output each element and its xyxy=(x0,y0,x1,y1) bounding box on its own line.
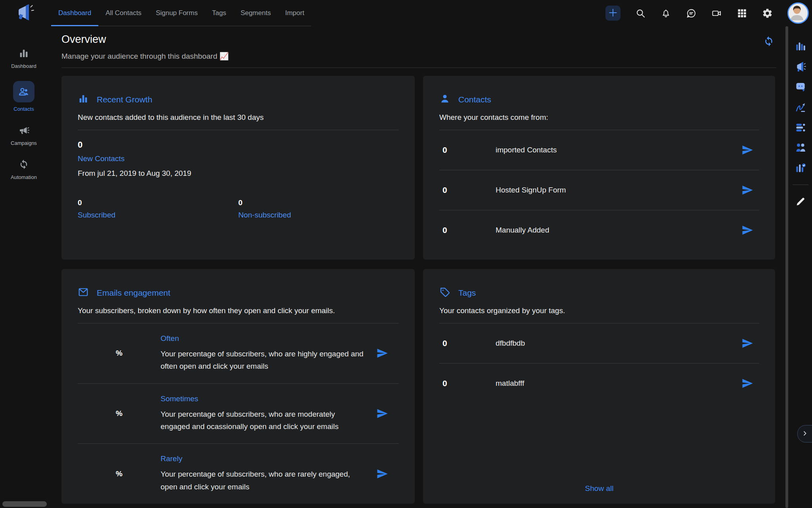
engagement-link[interactable]: Sometimes xyxy=(161,394,198,403)
megaphone-logo-icon xyxy=(13,2,34,24)
settings-gear-icon[interactable] xyxy=(762,8,773,19)
row-text: Sometimes Your percentage of subscribers… xyxy=(161,394,366,433)
contacts-row-manually-added: 0 Manually Added xyxy=(439,210,759,250)
refresh-button[interactable] xyxy=(762,35,775,48)
edit-pencil-icon[interactable] xyxy=(795,196,806,208)
user-avatar[interactable] xyxy=(787,2,809,24)
engagement-description: Your percentage of subscribers, who are … xyxy=(161,468,366,493)
tags-card: Tags Your contacts organized by your tag… xyxy=(423,269,775,504)
sidebar-item-contacts[interactable]: Contacts xyxy=(13,81,34,112)
sidebar-label: Automation xyxy=(11,174,37,180)
row-value: % xyxy=(78,349,161,358)
row-value: 0 xyxy=(439,339,496,348)
refresh-icon xyxy=(762,43,775,49)
card-subtitle: Where your contacts come from: xyxy=(439,113,759,122)
send-icon xyxy=(376,354,388,360)
send-campaign-button[interactable] xyxy=(741,144,753,156)
row-text: Often Your percentage of subscribers, wh… xyxy=(161,334,366,373)
row-label: matlabfff xyxy=(496,379,735,388)
tab-import[interactable]: Import xyxy=(278,0,311,26)
partners-icon[interactable] xyxy=(795,142,806,154)
tag-icon xyxy=(439,287,450,299)
bar-chart-icon xyxy=(17,47,30,60)
row-label: dfbdfbdb xyxy=(496,339,735,348)
expand-panel-button[interactable] xyxy=(797,425,812,443)
tab-all-contacts[interactable]: All Contacts xyxy=(98,0,149,26)
campaigns-megaphone-icon[interactable] xyxy=(795,61,806,73)
left-sidebar: Dashboard Contacts xyxy=(0,26,48,508)
horizontal-scrollbar-thumb[interactable] xyxy=(2,501,47,507)
chatbot-icon[interactable] xyxy=(795,81,806,93)
send-campaign-button[interactable] xyxy=(741,337,753,349)
tab-tags[interactable]: Tags xyxy=(205,0,234,26)
reports-icon[interactable] xyxy=(795,162,806,174)
send-icon xyxy=(741,151,753,157)
recent-growth-card: Recent Growth New contacts added to this… xyxy=(61,76,415,260)
send-campaign-button[interactable] xyxy=(741,377,753,389)
engagement-row-often: % Often Your percentage of subscribers, … xyxy=(78,323,399,383)
card-header: Emails engagement xyxy=(78,287,399,299)
row-value: % xyxy=(78,470,161,478)
engagement-link[interactable]: Often xyxy=(161,334,179,343)
tab-bar: Dashboard All Contacts Signup Forms Tags… xyxy=(51,0,311,26)
non-subscribed-stat: 0 Non-subscribed xyxy=(238,198,399,219)
non-subscribed-link[interactable]: Non-subscribed xyxy=(238,211,291,219)
send-campaign-button[interactable] xyxy=(376,468,388,480)
chevron-right-icon xyxy=(802,429,808,439)
emails-engagement-card: Emails engagement Your subscribers, brok… xyxy=(61,269,415,504)
send-campaign-button[interactable] xyxy=(741,224,753,236)
page-subtitle: Manage your audience through this dashbo… xyxy=(61,52,787,61)
stats-icon[interactable] xyxy=(795,40,806,52)
sidebar-item-automation[interactable]: Automation xyxy=(11,158,37,180)
engagement-link[interactable]: Rarely xyxy=(161,454,182,463)
video-call-icon[interactable] xyxy=(711,8,722,19)
sidebar-item-campaigns[interactable]: Campaigns xyxy=(11,124,37,146)
chat-icon[interactable] xyxy=(686,8,697,19)
non-subscribed-value: 0 xyxy=(238,198,399,207)
app-logo[interactable] xyxy=(0,0,48,26)
create-new-button[interactable] xyxy=(605,6,620,21)
card-header: Tags xyxy=(439,287,759,299)
tab-segments[interactable]: Segments xyxy=(234,0,278,26)
send-campaign-button[interactable] xyxy=(376,347,388,359)
card-header: Contacts xyxy=(439,93,759,106)
card-title: Contacts xyxy=(458,95,491,104)
main-content: Overview Manage your audience through th… xyxy=(48,26,787,508)
show-all-button[interactable]: Show all xyxy=(583,484,616,493)
send-campaign-button[interactable] xyxy=(376,408,388,419)
send-icon xyxy=(741,344,753,350)
person-icon xyxy=(439,93,450,106)
sidebar-label: Dashboard xyxy=(11,63,36,69)
card-subtitle: Your contacts organized by your tags. xyxy=(439,306,759,315)
tab-signup-forms[interactable]: Signup Forms xyxy=(149,0,205,26)
sync-icon xyxy=(17,158,30,171)
active-item-highlight xyxy=(13,81,34,102)
new-contacts-value: 0 xyxy=(78,140,399,150)
new-contacts-link[interactable]: New Contacts xyxy=(78,154,124,163)
tab-dashboard[interactable]: Dashboard xyxy=(51,0,98,26)
header-divider xyxy=(61,67,776,68)
app-root: Dashboard All Contacts Signup Forms Tags… xyxy=(0,0,812,508)
tag-row: 0 dfbdfbdb xyxy=(439,323,759,363)
subscribed-stat: 0 Subscribed xyxy=(78,198,238,219)
contacts-row-hosted-signup: 0 Hosted SignUp Form xyxy=(439,170,759,210)
sidebar-item-dashboard[interactable]: Dashboard xyxy=(11,47,36,69)
engagement-row-sometimes: % Sometimes Your percentage of subscribe… xyxy=(78,383,399,444)
row-text: Rarely Your percentage of subscribers, w… xyxy=(161,454,366,493)
subscription-stats: 0 Subscribed 0 Non-subscribed xyxy=(78,198,399,219)
row-value: % xyxy=(78,409,161,418)
card-title: Emails engagement xyxy=(97,288,170,298)
card-title: Recent Growth xyxy=(97,95,152,104)
row-value: 0 xyxy=(439,185,496,195)
search-icon[interactable] xyxy=(635,8,646,19)
send-campaign-button[interactable] xyxy=(741,184,753,196)
apps-grid-icon[interactable] xyxy=(737,8,747,19)
engagement-description: Your percentage of subscribers, who are … xyxy=(161,348,366,373)
signature-icon[interactable] xyxy=(795,101,806,113)
lists-icon[interactable] xyxy=(795,121,806,133)
contacts-row-imported: 0 imported Contacts xyxy=(439,130,759,170)
sidebar-label: Contacts xyxy=(13,106,34,112)
subscribed-link[interactable]: Subscribed xyxy=(78,211,115,219)
page-title: Overview xyxy=(61,33,787,46)
notifications-bell-icon[interactable] xyxy=(661,8,671,19)
